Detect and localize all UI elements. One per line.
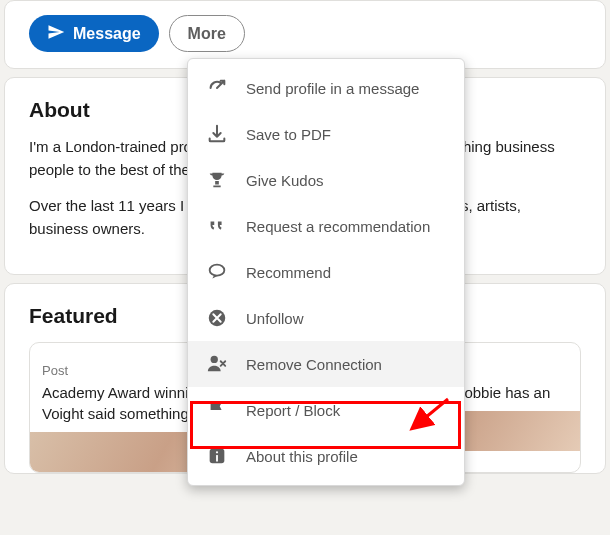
- menu-item-label: Unfollow: [246, 310, 304, 327]
- svg-point-4: [216, 451, 218, 453]
- svg-rect-5: [216, 455, 218, 461]
- menu-item-label: Report / Block: [246, 402, 340, 419]
- more-button[interactable]: More: [169, 15, 245, 52]
- flag-icon: [206, 399, 228, 421]
- menu-item-label: Save to PDF: [246, 126, 331, 143]
- action-buttons-row: Message More: [29, 15, 581, 52]
- person-x-icon: [206, 353, 228, 375]
- menu-item-give-kudos[interactable]: Give Kudos: [188, 157, 464, 203]
- quotes-icon: [206, 215, 228, 237]
- share-arrow-icon: [206, 77, 228, 99]
- menu-item-unfollow[interactable]: Unfollow: [188, 295, 464, 341]
- menu-item-label: Request a recommendation: [246, 218, 430, 235]
- menu-item-label: Remove Connection: [246, 356, 382, 373]
- send-icon: [47, 23, 65, 44]
- menu-item-label: Recommend: [246, 264, 331, 281]
- info-icon: [206, 445, 228, 467]
- message-button-label: Message: [73, 26, 141, 42]
- menu-item-remove-conn[interactable]: Remove Connection: [188, 341, 464, 387]
- menu-item-send-profile[interactable]: Send profile in a message: [188, 65, 464, 111]
- more-button-label: More: [188, 26, 226, 42]
- menu-item-label: About this profile: [246, 448, 358, 465]
- svg-point-2: [211, 356, 218, 363]
- trophy-icon: [206, 169, 228, 191]
- download-icon: [206, 123, 228, 145]
- speech-icon: [206, 261, 228, 283]
- svg-point-0: [210, 265, 225, 276]
- menu-item-save-pdf[interactable]: Save to PDF: [188, 111, 464, 157]
- menu-item-label: Give Kudos: [246, 172, 324, 189]
- x-circle-icon: [206, 307, 228, 329]
- more-dropdown-menu: Send profile in a messageSave to PDFGive…: [187, 58, 465, 486]
- menu-item-recommend[interactable]: Recommend: [188, 249, 464, 295]
- menu-item-label: Send profile in a message: [246, 80, 419, 97]
- menu-item-about-profile[interactable]: About this profile: [188, 433, 464, 479]
- menu-item-report-block[interactable]: Report / Block: [188, 387, 464, 433]
- menu-item-request-rec[interactable]: Request a recommendation: [188, 203, 464, 249]
- message-button[interactable]: Message: [29, 15, 159, 52]
